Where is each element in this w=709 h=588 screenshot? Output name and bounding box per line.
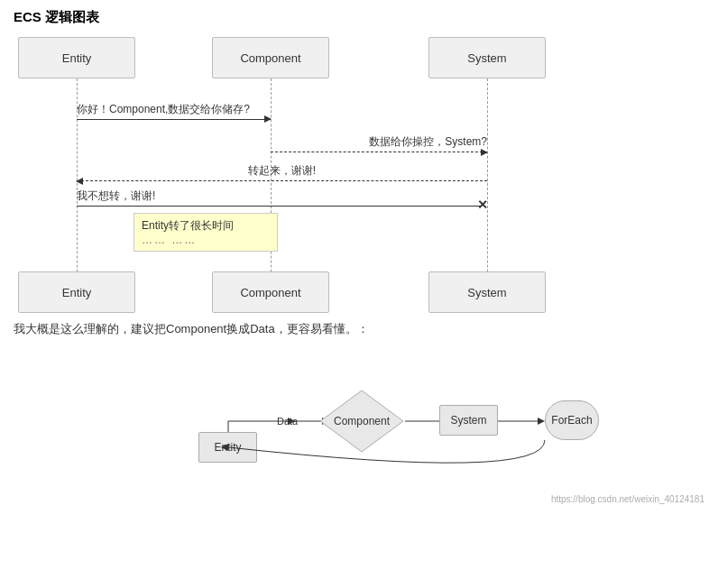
component-box-top: Component (212, 37, 329, 78)
msg2-label: 数据给你操控，System? (271, 134, 487, 150)
page-title: ECS 逻辑图表 (14, 9, 695, 26)
svg-marker-8 (288, 418, 295, 425)
msg4-label: 我不想转，谢谢! (77, 188, 487, 204)
component-box-bottom: Component (212, 271, 329, 313)
system-box-top: System (428, 37, 546, 78)
msg2-arrow (481, 149, 488, 156)
flow-arrow-entity-data (198, 351, 379, 504)
msg1-line (77, 119, 271, 120)
msg4-xmark: ✕ (477, 198, 488, 211)
msg1: 你好！Component,数据交给你储存? (77, 102, 271, 120)
watermark: https://blog.csdn.net/weixin_40124181 (551, 494, 704, 504)
msg2: 数据给你操控，System? (271, 134, 487, 152)
msg4-line: ✕ (77, 206, 481, 207)
diagram-area: Entity Component System 你好！Component,数据交… (14, 37, 695, 504)
msg3-arrow (76, 178, 83, 185)
msg1-label: 你好！Component,数据交给你储存? (77, 102, 271, 117)
msg3: 转起来，谢谢! (77, 163, 487, 181)
flow-diagram: Entity Data Component System (23, 351, 704, 504)
note-box: Entity转了很长时间 …… …… (134, 213, 278, 252)
note-dots: …… …… (142, 234, 270, 246)
msg1-arrow (264, 115, 272, 123)
seq-diagram: Entity Component System 你好！Component,数据交… (14, 37, 591, 317)
entity-box-bottom: Entity (18, 271, 135, 313)
msg2-line (271, 152, 487, 152)
entity-box-top: Entity (18, 37, 135, 78)
note-text: Entity转了很长时间 (142, 218, 270, 234)
msg3-label: 转起来，谢谢! (77, 163, 487, 179)
description: 我大概是这么理解的，建议把Component换成Data，更容易看懂。： (14, 321, 695, 337)
system-box-bottom: System (428, 271, 546, 313)
msg4: 我不想转，谢谢! ✕ (77, 188, 487, 207)
msg3-line (77, 180, 487, 181)
